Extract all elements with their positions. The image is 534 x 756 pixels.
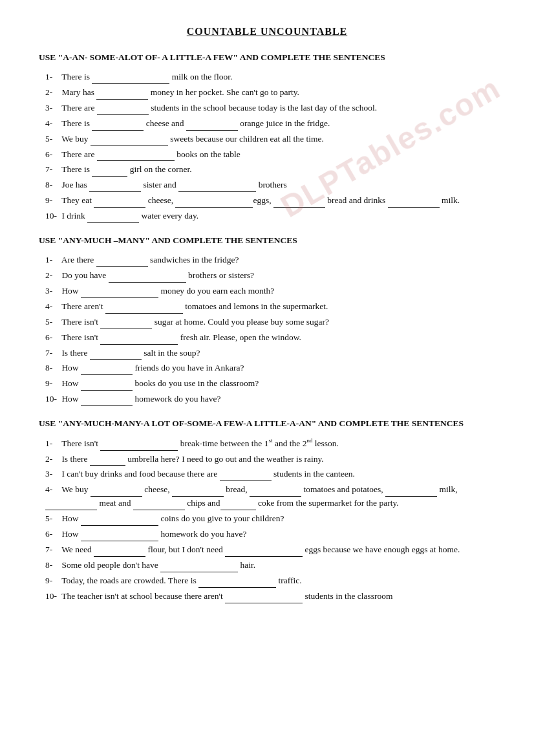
- blank: [90, 457, 125, 466]
- blank: [100, 320, 152, 329]
- blank: [160, 563, 238, 572]
- blank: [178, 184, 256, 193]
- blank: [92, 168, 127, 177]
- blank: [133, 502, 185, 511]
- list-item: 2- Do you have brothers or sisters?: [45, 269, 495, 283]
- blank: [172, 488, 224, 497]
- section3: USE "ANY-MUCH-MANY-A LOT OF-SOME-A FEW-A…: [39, 418, 495, 603]
- blank: [109, 274, 186, 283]
- list-item: 5- We buy sweets because our children ea…: [45, 133, 495, 146]
- list-item: 8- Joe has sister and brothers: [45, 178, 495, 192]
- list-item: 4- We buy cheese, bread, tomatoes and po…: [45, 483, 495, 510]
- list-item: 3- How money do you earn each month?: [45, 285, 495, 298]
- list-item: 2- Is there umbrella here? I need to go …: [45, 453, 495, 466]
- blank: [100, 442, 178, 451]
- list-item: 2- Mary has money in her pocket. She can…: [45, 86, 495, 100]
- blank: [92, 75, 169, 84]
- list-item: 9- How books do you use in the classroom…: [45, 377, 495, 391]
- blank: [250, 488, 301, 497]
- blank: [81, 382, 133, 391]
- section1-heading: USE "A-AN- SOME-ALOT OF- A LITTLE-A FEW"…: [39, 52, 495, 64]
- list-item: 9- They eat cheese, eggs, bread and drin…: [45, 194, 495, 208]
- section1-list: 1- There is milk on the floor. 2- Mary h…: [39, 70, 495, 223]
- blank: [220, 502, 256, 511]
- blank: [100, 336, 178, 345]
- blank: [90, 351, 142, 360]
- list-item: 10- How homework do you have?: [45, 393, 495, 406]
- section3-list: 1- There isn't break-time between the 1s…: [39, 437, 495, 603]
- blank: [81, 289, 158, 298]
- list-item: 4- There aren't tomatoes and lemons in t…: [45, 300, 495, 314]
- list-item: 4- There is cheese and orange juice in t…: [45, 117, 495, 131]
- list-item: 8- Some old people don't have hair.: [45, 559, 495, 572]
- blank: [91, 137, 168, 146]
- list-item: 6- How homework do you have?: [45, 528, 495, 541]
- blank: [186, 122, 238, 131]
- list-item: 7- Is there salt in the soup?: [45, 347, 495, 360]
- blank: [94, 199, 145, 208]
- list-item: 1- There isn't break-time between the 1s…: [45, 437, 495, 450]
- blank: [94, 548, 145, 557]
- section1: USE "A-AN- SOME-ALOT OF- A LITTLE-A FEW"…: [39, 52, 495, 223]
- blank: [81, 367, 133, 376]
- list-item: 6- There are books on the table: [45, 148, 495, 162]
- list-item: 10- I drink water every day.: [45, 210, 495, 223]
- list-item: 7- There is girl on the corner.: [45, 163, 495, 177]
- blank: [198, 579, 276, 588]
- list-item: 6- There isn't fresh air. Please, open t…: [45, 331, 495, 345]
- list-item: 5- How coins do you give to your childre…: [45, 512, 495, 526]
- list-item: 7- We need flour, but I don't need eggs …: [45, 543, 495, 557]
- list-item: 1- Are there sandwiches in the fridge?: [45, 254, 495, 267]
- blank: [175, 199, 253, 208]
- list-item: 3- I can't buy drinks and food because t…: [45, 468, 495, 481]
- blank: [385, 488, 437, 497]
- blank: [87, 215, 139, 224]
- blank: [81, 398, 133, 407]
- blank: [45, 502, 97, 511]
- page-title: COUNTABLE UNCOUNTABLE: [39, 26, 495, 38]
- list-item: 5- There isn't sugar at home. Could you …: [45, 316, 495, 329]
- list-item: 10- The teacher isn't at school because …: [45, 590, 495, 603]
- section2: USE "ANY-MUCH –MANY" AND COMPLETE THE SE…: [39, 235, 495, 406]
- blank: [225, 548, 303, 557]
- blank: [97, 153, 175, 162]
- section2-list: 1- Are there sandwiches in the fridge? 2…: [39, 254, 495, 406]
- blank: [89, 184, 141, 193]
- list-item: 9- Today, the roads are crowded. There i…: [45, 574, 495, 588]
- blank: [273, 199, 325, 208]
- blank: [91, 488, 142, 497]
- blank: [220, 473, 272, 482]
- blank: [92, 122, 144, 131]
- blank: [81, 533, 158, 542]
- list-item: 8- How friends do you have in Ankara?: [45, 362, 495, 375]
- blank: [96, 91, 148, 100]
- blank: [225, 594, 303, 603]
- section3-heading: USE "ANY-MUCH-MANY-A LOT OF-SOME-A FEW-A…: [39, 418, 495, 430]
- blank: [105, 305, 183, 314]
- list-item: 3- There are students in the school beca…: [45, 102, 495, 115]
- blank: [388, 199, 440, 208]
- blank: [97, 106, 149, 115]
- section2-heading: USE "ANY-MUCH –MANY" AND COMPLETE THE SE…: [39, 235, 495, 247]
- list-item: 1- There is milk on the floor.: [45, 70, 495, 84]
- blank: [96, 258, 148, 267]
- blank: [81, 517, 158, 526]
